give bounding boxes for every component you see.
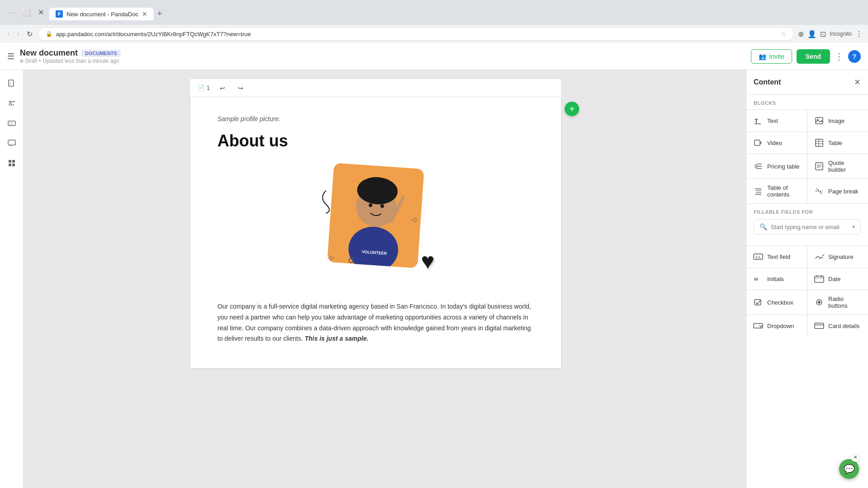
doc-outer: 📄 1 ↩ ↪ Sample profile picture. About us [190,79,561,479]
field-signature-label: Signature [828,253,854,260]
fields-grid: ✛A Text field Signature IN Initials [746,245,868,337]
svg-text:IN: IN [754,277,758,282]
block-text[interactable]: T Text [746,110,807,131]
fillable-fields-label: FILLABLE FIELDS FOR [754,209,861,215]
checkbox-field-icon [753,297,764,308]
sidebar-icon-grid[interactable] [4,155,20,171]
sidebar-icon-fields[interactable]: [ ] [4,115,20,131]
status-separator: • [39,58,41,64]
text-block-icon: T [753,115,764,126]
send-label: Send [806,53,821,60]
field-signature[interactable]: Signature [807,246,868,267]
maximize-btn[interactable]: ⬜ [20,6,33,19]
field-dropdown-label: Dropdown [767,323,794,329]
field-text-label: Text field [767,253,790,260]
browser-actions: ⊕ 👤 ⊡ Incognito ⋮ [798,30,863,38]
sample-italic-label: This is just a sample. [305,335,368,342]
sidebar-icon-content[interactable] [4,95,20,112]
close-chat-button[interactable]: ✕ [851,453,860,462]
field-date[interactable]: Date [807,268,868,290]
invite-label: Invite [769,53,784,60]
fillable-search-box[interactable]: 🔍 ▾ [754,219,861,235]
block-video[interactable]: Video [746,132,807,154]
tab-favicon: P [56,10,63,18]
tab-close-btn[interactable]: ✕ [142,10,147,18]
active-tab[interactable]: P New document - PandaDoc ✕ [49,8,154,20]
menu-hamburger-icon[interactable]: ☰ [7,52,14,61]
menu-icon[interactable]: ⋮ [855,30,863,38]
forward-btn[interactable]: › [15,28,21,40]
field-radio-buttons[interactable]: Radio buttons [807,290,868,314]
dropdown-arrow-icon: ▾ [852,224,855,230]
add-content-button[interactable]: + [565,102,579,116]
svg-point-4 [9,104,10,106]
field-initials-label: Initials [767,276,784,282]
sidebar-toggle-icon[interactable]: ⊡ [820,30,826,38]
table-block-icon [814,137,825,148]
undo-button[interactable]: ↩ [217,83,228,94]
text-field-icon: ✛A [753,251,764,262]
tab-title: New document - PandaDoc [66,11,138,18]
close-btn[interactable]: ✕ [36,6,46,19]
browser-chrome: — ⬜ ✕ P New document - PandaDoc ✕ + [0,0,868,25]
svg-point-58 [818,301,821,304]
block-quote-builder[interactable]: Quote builder [807,154,868,178]
block-page-break[interactable]: Page break [807,179,868,203]
svg-line-22 [396,197,403,211]
svg-rect-60 [815,323,824,328]
status-detail: Updated less than a minute ago [42,58,119,64]
svg-rect-14 [12,164,15,166]
svg-rect-56 [755,300,761,305]
redo-button[interactable]: ↪ [235,83,246,94]
field-initials[interactable]: IN Initials [746,268,807,290]
svg-text:✛A: ✛A [755,255,761,259]
panel-close-button[interactable]: ✕ [854,77,861,87]
sidebar-icon-pages[interactable]: 1 [4,75,20,92]
send-button[interactable]: Send [797,49,830,64]
new-tab-btn[interactable]: + [154,7,166,20]
svg-rect-27 [755,140,760,145]
fillable-search-input[interactable] [771,224,849,230]
status-text: Draft [25,58,37,64]
app-header: ☰ New document DOCUMENTS Draft • Updated… [0,43,868,70]
svg-point-6 [12,104,14,106]
help-button[interactable]: ? [848,50,861,63]
doc-title: New document [20,48,78,58]
field-text-field[interactable]: ✛A Text field [746,246,807,267]
chat-support-button[interactable]: 💬 [839,459,859,479]
url-text: app.pandadoc.com/a/#/documents/2UzYiBKr8… [56,31,778,38]
svg-rect-52 [815,276,824,282]
address-bar[interactable]: 🔒 app.pandadoc.com/a/#/documents/2UzYiBK… [38,27,795,41]
block-table[interactable]: Table [807,132,868,154]
svg-marker-28 [760,141,762,144]
browser-tabs: P New document - PandaDoc ✕ + [49,5,863,20]
image-block-icon [814,115,825,126]
doc-area: 📄 1 ↩ ↪ Sample profile picture. About us [24,70,746,488]
block-pricing-table[interactable]: $ Pricing table [746,154,807,178]
sidebar-icon-comments[interactable] [4,135,20,151]
profile-icon[interactable]: 👤 [807,30,816,38]
invite-button[interactable]: 👥 Invite [751,49,792,64]
panel-header: Content ✕ [746,70,868,95]
back-btn[interactable]: ‹ [5,28,11,40]
block-table-of-contents[interactable]: Table of contents [746,179,807,203]
field-card-details[interactable]: Card details [807,315,868,337]
field-card-details-label: Card details [828,323,859,329]
svg-rect-59 [754,324,763,328]
card-details-field-icon [814,320,825,331]
blocks-grid: T Text Image Video [746,109,868,204]
invite-icon: 👥 [759,53,766,60]
field-dropdown[interactable]: Dropdown [746,315,807,337]
block-image-label: Image [828,117,844,124]
minimize-btn[interactable]: — [5,7,16,19]
block-image[interactable]: Image [807,110,868,131]
field-checkbox[interactable]: Checkbox [746,290,807,314]
more-options-icon[interactable]: ⋮ [835,51,844,62]
signature-field-icon [814,251,825,262]
reload-btn[interactable]: ↻ [25,28,34,40]
extensions-icon[interactable]: ⊕ [798,30,804,38]
field-date-label: Date [828,276,840,282]
header-left: ☰ New document DOCUMENTS Draft • Updated… [7,48,121,64]
blocks-section-label: BLOCKS [746,95,868,109]
header-right: 👥 Invite Send ⋮ ? [751,49,861,64]
